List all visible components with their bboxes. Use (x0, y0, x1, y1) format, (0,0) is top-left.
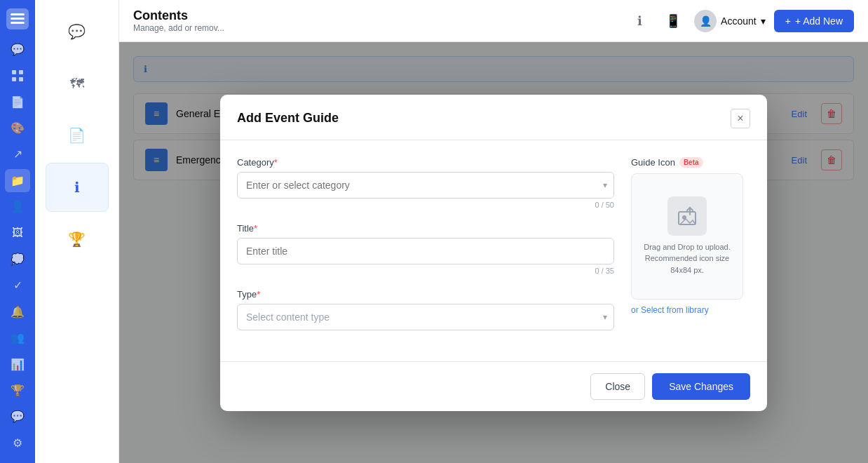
map-icon: 🗺 (70, 76, 84, 92)
nav-icon-gear[interactable]: ⚙ (5, 431, 30, 455)
guide-icon-section: Guide Icon Beta (631, 157, 750, 344)
nav-icon-grid[interactable] (5, 64, 30, 87)
library-link[interactable]: or Select from library (631, 305, 750, 315)
content-area: ℹ ≡ General Event FAQs Text Edit 🗑 ≡ Eme… (119, 42, 868, 463)
svg-rect-3 (12, 70, 16, 74)
upload-text: Drag and Drop to upload. Recommended ico… (640, 241, 734, 276)
modal-close-button[interactable]: × (731, 109, 750, 128)
modal-title: Add Event Guide (237, 111, 339, 126)
nav-icon-check[interactable]: ✓ (5, 274, 30, 297)
plus-icon: + (785, 15, 791, 27)
modal-header: Add Event Guide × (220, 95, 767, 140)
mobile-preview-button[interactable]: 📱 (660, 8, 686, 34)
required-marker: * (254, 223, 257, 234)
svg-rect-7 (679, 212, 696, 224)
title-char-count: 0 / 35 (237, 267, 614, 275)
nav-icon-chart[interactable]: 📊 (5, 352, 30, 375)
modal-body: Category* ▾ 0 / 50 Title* (220, 140, 767, 361)
sidebar-item-info[interactable]: ℹ (46, 163, 109, 212)
nav-icon-user[interactable]: 👤 (5, 195, 30, 218)
category-char-count: 0 / 50 (237, 201, 614, 209)
sidebar-second: 💬 🗺 📄 ℹ 🏆 (35, 0, 119, 463)
svg-rect-5 (12, 77, 16, 81)
top-bar-right: ℹ 📱 👤 Account ▾ + + Add New (627, 8, 854, 34)
modal-overlay: Add Event Guide × Category* ▾ (119, 42, 868, 463)
nav-icon-chat[interactable]: 💬 (5, 38, 30, 61)
nav-icon-folder[interactable]: 📁 (5, 169, 30, 192)
type-select[interactable]: Select content type Text Video Link (237, 304, 614, 330)
nav-icon-palette[interactable]: 🎨 (5, 116, 30, 140)
type-label: Type* (237, 289, 614, 300)
svg-rect-2 (11, 22, 25, 24)
info-icon: ℹ (74, 179, 80, 196)
close-button[interactable]: Close (590, 373, 645, 400)
trophy-icon: 🏆 (68, 231, 86, 248)
nav-icon-bell[interactable]: 🔔 (5, 300, 30, 323)
svg-rect-1 (11, 18, 25, 20)
chat-icon: 💬 (68, 23, 86, 40)
modal: Add Event Guide × Category* ▾ (220, 95, 767, 411)
svg-rect-6 (19, 77, 23, 81)
type-group: Type* Select content type Text Video Lin… (237, 289, 614, 330)
guide-icon-label: Guide Icon Beta (631, 157, 750, 168)
title-label: Title* (237, 223, 614, 234)
nav-icon-speech[interactable]: 💬 (5, 405, 30, 428)
nav-icon-trophy[interactable]: 🏆 (5, 379, 30, 402)
required-marker: * (257, 289, 260, 300)
beta-badge: Beta (679, 157, 703, 168)
save-changes-button[interactable]: Save Changes (652, 373, 750, 400)
category-group: Category* ▾ 0 / 50 (237, 157, 614, 209)
nav-icon-share[interactable]: ↗ (5, 142, 30, 166)
nav-icon-doc[interactable]: 📄 (5, 90, 30, 113)
icon-upload-box[interactable]: Drag and Drop to upload. Recommended ico… (631, 173, 743, 300)
category-label: Category* (237, 157, 614, 168)
nav-icon-message[interactable]: 💭 (5, 248, 30, 271)
category-input[interactable] (237, 172, 614, 199)
title-group: Title* 0 / 35 (237, 223, 614, 275)
account-label: Account (721, 15, 757, 27)
upload-icon (667, 196, 707, 236)
sidebar-item-map[interactable]: 🗺 (46, 59, 109, 108)
app-logo[interactable] (6, 8, 29, 29)
sidebar-item-page[interactable]: 📄 (46, 111, 109, 160)
page-subtitle: Manage, add or remov... (133, 23, 224, 33)
nav-icon-group[interactable]: 👥 (5, 326, 30, 349)
chevron-down-icon: ▾ (603, 180, 607, 190)
type-select-wrapper: Select content type Text Video Link ▾ (237, 304, 614, 330)
required-marker: * (274, 157, 278, 168)
nav-icon-image[interactable]: 🖼 (5, 221, 30, 244)
chevron-down-icon: ▾ (761, 15, 766, 27)
add-new-button[interactable]: + + Add New (774, 10, 854, 32)
page-icon: 📄 (68, 127, 86, 144)
title-input-wrapper (237, 238, 614, 264)
sidebar-item-chat[interactable]: 💬 (46, 7, 109, 56)
info-button[interactable]: ℹ (627, 8, 652, 34)
svg-rect-4 (19, 70, 23, 74)
avatar: 👤 (694, 10, 717, 32)
top-bar-left: Contents Manage, add or remov... (133, 8, 224, 33)
page-title: Contents (133, 8, 224, 23)
svg-rect-0 (11, 13, 25, 15)
account-menu[interactable]: 👤 Account ▾ (694, 10, 766, 32)
title-input[interactable] (237, 238, 614, 264)
sidebar-narrow: 💬 📄 🎨 ↗ 📁 👤 🖼 💭 ✓ 🔔 👥 📊 🏆 💬 ⚙ (0, 0, 35, 463)
top-bar: Contents Manage, add or remov... ℹ 📱 👤 A… (119, 0, 868, 42)
modal-footer: Close Save Changes (220, 361, 767, 411)
modal-form: Category* ▾ 0 / 50 Title* (237, 157, 614, 344)
sidebar-item-trophy[interactable]: 🏆 (46, 215, 109, 264)
category-input-wrapper: ▾ (237, 172, 614, 199)
main-content: Contents Manage, add or remov... ℹ 📱 👤 A… (119, 0, 868, 463)
